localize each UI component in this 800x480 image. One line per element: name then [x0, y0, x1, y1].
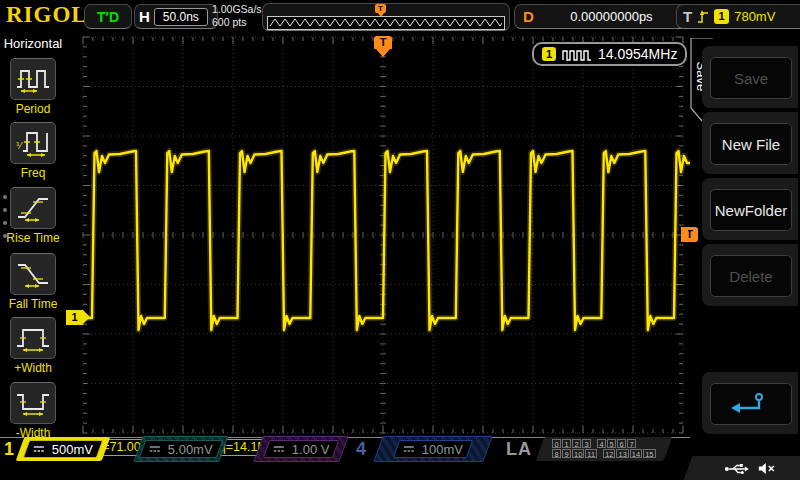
dc-coupling-icon — [149, 445, 161, 454]
freq-icon[interactable]: ⅟ — [10, 122, 56, 164]
delete-button[interactable]: Delete — [710, 255, 792, 297]
channel-4-tab[interactable]: 4 100mV — [352, 437, 496, 461]
softkey-tile: Save — [702, 46, 798, 108]
ch1-waveform-trace — [66, 32, 690, 437]
la-digit: 4 — [597, 439, 606, 448]
logic-analyzer-tab[interactable]: LA 0123456789101112131415 — [506, 437, 668, 461]
rigol-logo: RIGOL — [6, 2, 88, 28]
la-digit: 6 — [617, 439, 626, 448]
page-dot — [3, 208, 7, 212]
timebase-value: 50.0ns — [154, 8, 208, 26]
softkey-tile: NewFolder — [702, 178, 798, 240]
memory-depth: 600 pts — [212, 16, 262, 29]
trigger-status-text: T'D — [97, 9, 119, 25]
ch1-ground-marker[interactable]: 1 — [66, 310, 83, 325]
page-dot — [3, 234, 7, 238]
la-digit: 10 — [572, 449, 584, 458]
plus-width-icon[interactable] — [10, 317, 56, 359]
t-label: T — [683, 8, 692, 25]
measure-menu-title: Horizontal — [0, 36, 66, 51]
bottom-status-bar: Period=71.00ns Freq=14.1MHz 1 500mV 2 — [0, 437, 800, 480]
la-digit: 15 — [643, 449, 655, 458]
waveform-display: T 1 14.0954MHz 1 — [66, 32, 690, 437]
new-file-button[interactable]: New File — [710, 123, 792, 165]
la-digit: 12 — [603, 449, 615, 458]
dc-coupling-icon — [273, 445, 285, 454]
rise-time-icon[interactable] — [10, 187, 56, 229]
rising-edge-icon — [697, 9, 709, 24]
trigger-status-badge: T'D — [84, 4, 132, 29]
la-digit: 0 — [552, 439, 561, 448]
status-icon-tray — [684, 456, 800, 480]
svg-text:⅟: ⅟ — [16, 141, 23, 151]
usb-icon — [724, 462, 750, 475]
return-arrow-icon — [729, 391, 773, 417]
la-digit: 11 — [585, 449, 597, 458]
measure-item-fall-time[interactable]: Fall Time — [0, 253, 66, 311]
minus-width-icon[interactable] — [10, 382, 56, 424]
save-button[interactable]: Save — [710, 57, 792, 99]
la-digit: 2 — [572, 439, 581, 448]
measure-item-freq[interactable]: ⅟ Freq — [0, 122, 66, 180]
softkey-tile: New File — [702, 112, 798, 174]
h-label: H — [139, 8, 150, 25]
measure-item-period[interactable]: Period — [0, 58, 66, 116]
speaker-muted-icon — [758, 462, 775, 475]
d-label: D — [523, 8, 534, 25]
la-digit: 8 — [552, 449, 561, 458]
dc-coupling-icon — [33, 445, 45, 454]
left-measure-menu: Horizontal Period ⅟ Freq — [0, 32, 67, 437]
overlay-channel-badge: 1 — [542, 47, 556, 61]
softkey-tile: Delete — [702, 244, 798, 306]
thumbnail-strip — [267, 16, 505, 30]
measure-item-rise-time[interactable]: Rise Time — [0, 187, 66, 245]
delay-box[interactable]: D 0.00000000ps — [514, 4, 688, 29]
sample-rate-readout: 1.00GSa/s 600 pts — [212, 3, 262, 29]
la-digit: 3 — [582, 439, 591, 448]
page-dot — [3, 221, 7, 225]
fall-time-icon[interactable] — [10, 253, 56, 295]
la-digit: 13 — [616, 449, 628, 458]
top-status-bar: RIGOL T'D H 50.0ns 1.00GSa/s 600 pts T D… — [0, 0, 800, 32]
la-digit: 7 — [627, 439, 636, 448]
trigger-position-marker[interactable]: T — [374, 36, 392, 49]
channel-1-tab[interactable]: 1 500mV — [0, 437, 112, 461]
la-digit: 5 — [607, 439, 616, 448]
thumbnail-wave — [268, 17, 502, 27]
trigger-level-value: 780mV — [734, 9, 775, 24]
overlay-frequency-value: 14.0954MHz — [598, 46, 677, 62]
delay-value: 0.00000000ps — [544, 9, 679, 24]
measure-item-minus-width[interactable]: -Width — [0, 382, 66, 440]
softkey-tile — [702, 372, 798, 434]
la-digit-grid: 0123456789101112131415 — [552, 439, 656, 459]
dc-coupling-icon — [403, 445, 415, 454]
memory-waveform-thumbnail[interactable]: T — [262, 3, 510, 31]
la-digit: 14 — [630, 449, 642, 458]
new-folder-button[interactable]: NewFolder — [710, 189, 792, 231]
thumbnail-trigger-marker[interactable]: T — [375, 4, 386, 13]
horizontal-timebase-box[interactable]: H 50.0ns — [134, 4, 218, 29]
pulse-train-icon — [562, 48, 592, 61]
sample-rate: 1.00GSa/s — [212, 3, 262, 16]
trigger-level-marker[interactable]: T — [681, 227, 698, 242]
right-soft-menu: Save Save New File NewFolder Delete — [690, 32, 800, 450]
page-dot — [3, 195, 7, 199]
trigger-source-badge: 1 — [714, 9, 729, 24]
trigger-box[interactable]: T 1 780mV — [676, 4, 800, 29]
period-icon[interactable] — [10, 58, 56, 100]
la-digit: 1 — [562, 439, 571, 448]
frequency-measurement-overlay: 1 14.0954MHz — [532, 42, 687, 66]
back-button[interactable] — [710, 383, 792, 425]
la-digit: 9 — [562, 449, 571, 458]
measure-item-plus-width[interactable]: +Width — [0, 317, 66, 375]
